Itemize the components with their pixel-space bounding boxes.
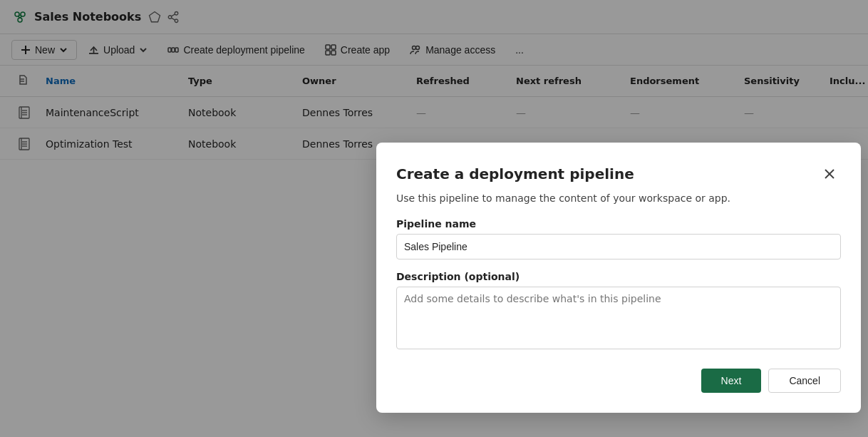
- modal-subtitle: Use this pipeline to manage the content …: [396, 192, 841, 204]
- pipeline-name-group: Pipeline name: [396, 218, 841, 259]
- description-label: Description (optional): [396, 271, 841, 282]
- close-icon: [824, 168, 835, 180]
- description-textarea[interactable]: [396, 287, 841, 349]
- modal-footer: Next Cancel: [396, 369, 841, 393]
- modal-close-button[interactable]: [818, 163, 841, 185]
- create-pipeline-modal: Create a deployment pipeline Use this pi…: [376, 143, 861, 413]
- cancel-button[interactable]: Cancel: [768, 369, 841, 393]
- modal-header: Create a deployment pipeline: [396, 163, 841, 185]
- description-group: Description (optional): [396, 271, 841, 351]
- next-button[interactable]: Next: [701, 369, 762, 393]
- modal-overlay: Create a deployment pipeline Use this pi…: [0, 0, 868, 437]
- pipeline-name-label: Pipeline name: [396, 218, 841, 230]
- modal-title: Create a deployment pipeline: [396, 165, 634, 182]
- pipeline-name-input[interactable]: [396, 234, 841, 259]
